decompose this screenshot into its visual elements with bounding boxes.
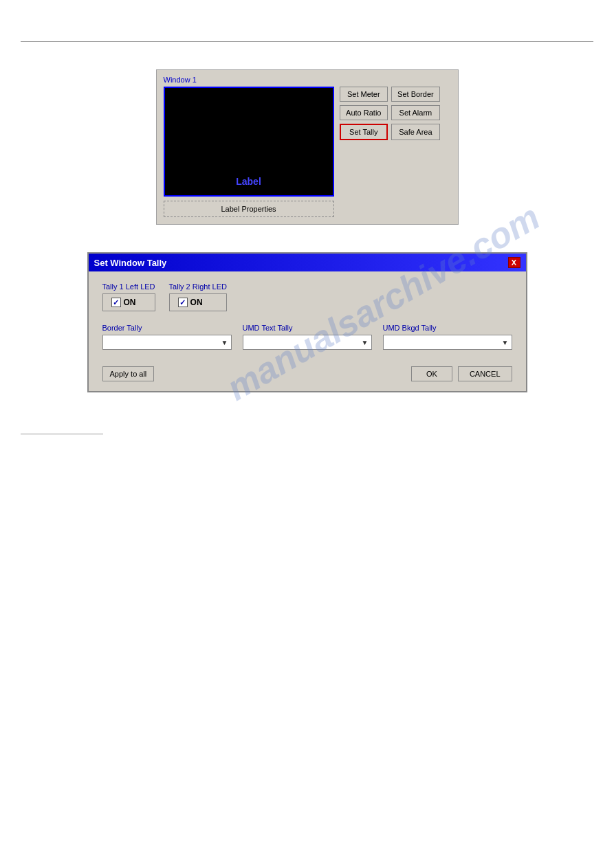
tally1-label: Tally 1 Left LED xyxy=(102,282,155,291)
border-tally-dropdown[interactable]: ▼ xyxy=(102,335,232,350)
border-tally-group: Border Tally ▼ xyxy=(102,324,232,350)
set-border-button[interactable]: Set Border xyxy=(391,87,440,102)
ok-cancel-group: OK CANCEL xyxy=(411,366,512,381)
label-properties-row: Label Properties xyxy=(164,201,334,217)
umd-bkgd-tally-group: UMD Bkgd Tally ▼ xyxy=(383,324,512,350)
tally-led-row: Tally 1 Left LED ✓ ON Tally 2 Right LED xyxy=(102,282,512,311)
window1-buttons: Set Meter Set Border Auto Ratio Set Alar… xyxy=(340,87,440,217)
border-tally-arrow-icon: ▼ xyxy=(221,339,228,346)
umd-text-tally-group: UMD Text Tally ▼ xyxy=(243,324,372,350)
safe-area-button[interactable]: Safe Area xyxy=(391,124,440,140)
tally1-check-icon: ✓ xyxy=(113,298,119,307)
dialog-titlebar: Set Window Tally X xyxy=(89,254,526,271)
umd-bkgd-tally-arrow-icon: ▼ xyxy=(502,339,509,346)
tally2-checkbox[interactable]: ✓ xyxy=(178,298,188,307)
label-properties-button[interactable]: Label Properties xyxy=(164,201,334,217)
cancel-button[interactable]: CANCEL xyxy=(458,366,512,381)
window1-section: Window 1 Label Label Properties Set Mete… xyxy=(0,69,614,225)
tally2-check-icon: ✓ xyxy=(179,298,186,307)
tally1-group: Tally 1 Left LED ✓ ON xyxy=(102,282,155,311)
umd-bkgd-tally-label: UMD Bkgd Tally xyxy=(383,324,512,332)
tally2-box: ✓ ON xyxy=(169,293,227,311)
auto-ratio-button[interactable]: Auto Ratio xyxy=(340,105,388,120)
window1-content: Label Label Properties Set Meter Set Bor… xyxy=(164,87,451,217)
border-tally-label: Border Tally xyxy=(102,324,232,332)
set-window-tally-dialog: Set Window Tally X Tally 1 Left LED ✓ ON xyxy=(87,252,527,392)
window1-title: Window 1 xyxy=(164,76,451,84)
dialog-section: Set Window Tally X Tally 1 Left LED ✓ ON xyxy=(0,252,614,392)
window1-preview: Label xyxy=(164,87,334,197)
bottom-section xyxy=(0,434,614,434)
apply-to-all-button[interactable]: Apply to all xyxy=(102,366,155,381)
set-meter-button[interactable]: Set Meter xyxy=(340,87,388,102)
dialog-footer: Apply to all OK CANCEL xyxy=(102,364,512,381)
umd-text-tally-dropdown[interactable]: ▼ xyxy=(243,335,372,350)
umd-bkgd-tally-dropdown[interactable]: ▼ xyxy=(383,335,512,350)
window1-panel: Window 1 Label Label Properties Set Mete… xyxy=(156,69,459,225)
tally2-label: Tally 2 Right LED xyxy=(169,282,227,291)
tally1-on-text: ON xyxy=(124,298,136,307)
tally2-group: Tally 2 Right LED ✓ ON xyxy=(169,282,227,311)
tally1-box: ✓ ON xyxy=(102,293,155,311)
dialog-close-button[interactable]: X xyxy=(508,257,520,268)
dialog-title: Set Window Tally xyxy=(94,258,167,268)
dialog-body: Tally 1 Left LED ✓ ON Tally 2 Right LED xyxy=(89,271,526,391)
tally-dropdowns-row: Border Tally ▼ UMD Text Tally ▼ xyxy=(102,324,512,350)
umd-text-tally-label: UMD Text Tally xyxy=(243,324,372,332)
bottom-divider xyxy=(21,434,103,434)
umd-text-tally-arrow-icon: ▼ xyxy=(362,339,369,346)
set-alarm-button[interactable]: Set Alarm xyxy=(391,105,440,120)
tally2-on-text: ON xyxy=(190,298,203,307)
top-divider xyxy=(21,41,593,42)
set-tally-button[interactable]: Set Tally xyxy=(340,124,388,140)
ok-button[interactable]: OK xyxy=(411,366,452,381)
preview-label: Label xyxy=(236,176,261,187)
tally1-checkbox[interactable]: ✓ xyxy=(111,298,121,307)
